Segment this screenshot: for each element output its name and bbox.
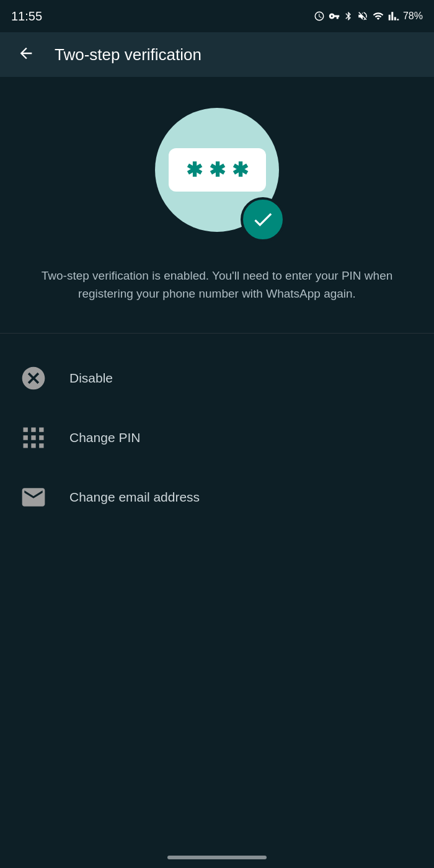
change-pin-icon-wrapper [17, 422, 50, 454]
page-title: Two-step verification [55, 45, 202, 64]
status-icons: 78% [314, 11, 423, 22]
hero-description: Two-step verification is enabled. You'll… [37, 267, 397, 303]
keypad-icon [20, 424, 47, 451]
change-pin-item[interactable]: Change PIN [0, 408, 434, 467]
disable-label: Disable [69, 371, 113, 386]
change-email-icon-wrapper [17, 481, 50, 513]
signal-icon [388, 11, 399, 22]
status-bar: 11:55 78% [0, 0, 434, 32]
home-indicator [167, 856, 267, 859]
hero-section: ✱ ✱ ✱ Two-step verification is enabled. … [0, 77, 434, 328]
change-email-label: Change email address [69, 490, 200, 505]
status-time: 11:55 [11, 9, 42, 24]
app-bar: Two-step verification [0, 32, 434, 77]
x-circle-icon [20, 365, 47, 392]
disable-icon-wrapper [17, 362, 50, 394]
change-email-item[interactable]: Change email address [0, 467, 434, 527]
wifi-icon [372, 11, 384, 22]
alarm-icon [314, 11, 325, 22]
pin-star-1: ✱ [186, 158, 203, 182]
email-icon [20, 484, 47, 511]
check-circle [241, 197, 285, 242]
pin-star-3: ✱ [232, 158, 249, 182]
hero-illustration: ✱ ✱ ✱ [149, 108, 285, 244]
bluetooth-icon [343, 11, 353, 22]
disable-item[interactable]: Disable [0, 348, 434, 408]
menu-section: Disable Change PIN Change email address [0, 339, 434, 537]
change-pin-label: Change PIN [69, 430, 140, 445]
back-arrow-icon [17, 45, 35, 62]
battery-level: 78% [403, 11, 423, 22]
back-button[interactable] [12, 40, 40, 69]
mute-icon [357, 11, 368, 22]
pin-display-box: ✱ ✱ ✱ [169, 148, 266, 192]
key-icon [329, 11, 340, 22]
section-divider [0, 333, 434, 334]
checkmark-icon [251, 208, 275, 231]
pin-star-2: ✱ [209, 158, 226, 182]
